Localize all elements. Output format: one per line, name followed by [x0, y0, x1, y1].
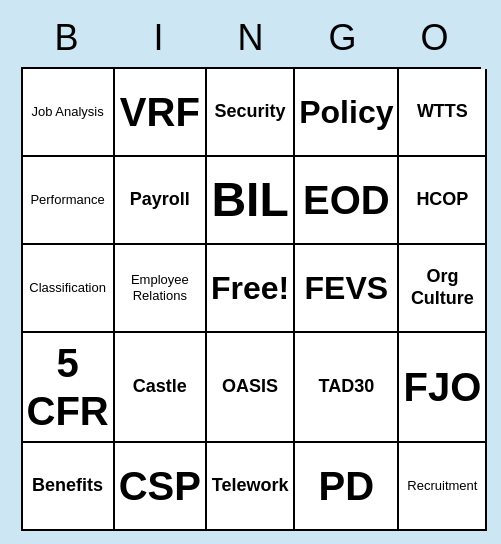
bingo-cell-r2-c0: Classification — [23, 245, 115, 333]
bingo-cell-r1-c3: EOD — [295, 157, 399, 245]
bingo-header: BINGO — [21, 13, 481, 63]
bingo-cell-r1-c1: Payroll — [115, 157, 207, 245]
bingo-cell-r1-c2: BIL — [207, 157, 295, 245]
bingo-cell-r0-c2: Security — [207, 69, 295, 157]
bingo-cell-r4-c4: Recruitment — [399, 443, 487, 531]
bingo-cell-r0-c4: WTTS — [399, 69, 487, 157]
bingo-cell-r4-c0: Benefits — [23, 443, 115, 531]
bingo-cell-r3-c3: TAD30 — [295, 333, 399, 443]
bingo-cell-r0-c3: Policy — [295, 69, 399, 157]
bingo-card: BINGO Job AnalysisVRFSecurityPolicyWTTSP… — [11, 3, 491, 541]
bingo-cell-r0-c0: Job Analysis — [23, 69, 115, 157]
bingo-cell-r2-c2: Free! — [207, 245, 295, 333]
bingo-cell-r4-c2: Telework — [207, 443, 295, 531]
header-letter-g: G — [297, 13, 389, 63]
bingo-cell-r1-c4: HCOP — [399, 157, 487, 245]
bingo-cell-r2-c1: Employee Relations — [115, 245, 207, 333]
bingo-cell-r4-c1: CSP — [115, 443, 207, 531]
bingo-cell-r3-c1: Castle — [115, 333, 207, 443]
bingo-cell-r0-c1: VRF — [115, 69, 207, 157]
header-letter-b: B — [21, 13, 113, 63]
header-letter-i: I — [113, 13, 205, 63]
bingo-cell-r3-c4: FJO — [399, 333, 487, 443]
header-letter-n: N — [205, 13, 297, 63]
bingo-grid: Job AnalysisVRFSecurityPolicyWTTSPerform… — [21, 67, 481, 531]
bingo-cell-r1-c0: Performance — [23, 157, 115, 245]
header-letter-o: O — [389, 13, 481, 63]
bingo-cell-r3-c0: 5 CFR — [23, 333, 115, 443]
bingo-cell-r3-c2: OASIS — [207, 333, 295, 443]
bingo-cell-r4-c3: PD — [295, 443, 399, 531]
bingo-cell-r2-c4: Org Culture — [399, 245, 487, 333]
bingo-cell-r2-c3: FEVS — [295, 245, 399, 333]
